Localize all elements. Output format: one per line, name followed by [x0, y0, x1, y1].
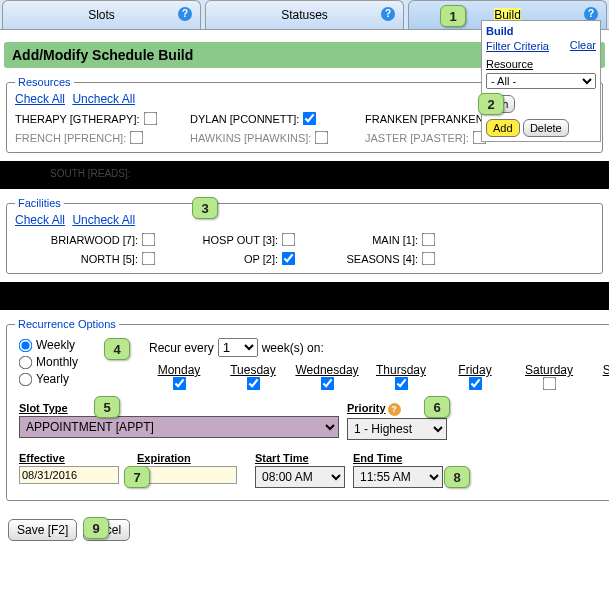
tab-slots[interactable]: Slots ? — [2, 0, 201, 29]
filter-criteria-label: Filter Criteria — [486, 40, 549, 52]
dropdown-title: Build — [486, 25, 596, 37]
facilities-fieldset: Facilities 3 Check All Uncheck All BRIAR… — [6, 197, 603, 274]
tab-label: Statuses — [281, 8, 328, 22]
recurrence-weekly-radio[interactable] — [19, 338, 33, 352]
day-label: Monday — [158, 363, 201, 377]
facility-label: OP [2]: — [244, 253, 278, 265]
facility-label: MAIN [1]: — [372, 234, 418, 246]
help-icon[interactable]: ? — [584, 7, 598, 21]
expiration-input[interactable] — [137, 466, 237, 484]
add-button[interactable]: Add — [486, 119, 520, 137]
day-label: Thursday — [376, 363, 426, 377]
resource-label: Resource — [486, 58, 533, 70]
day-checkbox[interactable] — [394, 377, 408, 391]
divider-bar: SOUTH [READS]: — [0, 161, 609, 189]
facility-label: HOSP OUT [3]: — [203, 234, 278, 246]
badge-9: 9 — [83, 517, 109, 539]
tab-label: Slots — [88, 8, 115, 22]
facility-label: NORTH [5]: — [81, 253, 138, 265]
check-all-link[interactable]: Check All — [15, 92, 65, 106]
facility-checkbox[interactable] — [142, 252, 156, 266]
effective-label: Effective — [19, 452, 129, 464]
delete-button[interactable]: Delete — [523, 119, 569, 137]
slot-type-select[interactable]: APPOINTMENT [APPT] — [19, 416, 339, 438]
resource-select[interactable]: - All - — [486, 73, 596, 89]
day-checkbox[interactable] — [542, 377, 556, 391]
priority-label: Priority — [347, 402, 386, 414]
effective-input[interactable] — [19, 466, 119, 484]
badge-5: 5 — [94, 396, 120, 418]
divider-bar — [0, 282, 609, 310]
badge-4: 4 — [104, 338, 130, 360]
help-icon[interactable]: ? — [388, 403, 401, 416]
resource-checkbox[interactable] — [143, 112, 157, 126]
expiration-label: Expiration — [137, 452, 247, 464]
resource-checkbox[interactable] — [303, 112, 317, 126]
end-time-select[interactable]: 11:55 AM — [353, 466, 443, 488]
build-dropdown-panel: Build Filter Criteria Clear Resource - A… — [481, 20, 601, 142]
day-checkbox[interactable] — [320, 377, 334, 391]
badge-7: 7 — [124, 466, 150, 488]
tab-statuses[interactable]: Statuses ? — [205, 0, 404, 29]
facility-label: BRIARWOOD [7]: — [51, 234, 138, 246]
facility-checkbox[interactable] — [422, 233, 436, 247]
facility-label: SEASONS [4]: — [346, 253, 418, 265]
facility-checkbox[interactable] — [142, 233, 156, 247]
uncheck-all-link[interactable]: Uncheck All — [72, 213, 135, 227]
start-time-label: Start Time — [255, 452, 345, 464]
badge-2: 2 — [478, 93, 504, 115]
facility-checkbox[interactable] — [282, 252, 296, 266]
badge-1: 1 — [440, 5, 466, 27]
resource-checkbox[interactable] — [130, 131, 144, 145]
recurrence-fieldset: Recurrence Options Weekly Monthly Yearly… — [6, 318, 609, 501]
badge-3: 3 — [192, 197, 218, 219]
hidden-resource: SOUTH [READS]: — [50, 168, 131, 179]
recur-post-label: week(s) on: — [262, 341, 324, 355]
recurrence-type-label: Weekly — [36, 338, 75, 352]
save-button[interactable]: Save [F2] — [8, 519, 77, 541]
badge-6: 6 — [424, 396, 450, 418]
resource-checkbox[interactable] — [315, 131, 329, 145]
day-label: Friday — [458, 363, 491, 377]
facility-checkbox[interactable] — [282, 233, 296, 247]
resource-label: DYLAN [PCONNETT]: — [190, 113, 299, 125]
resource-label: THERAPY [GTHERAPY]: — [15, 113, 140, 125]
recurrence-legend: Recurrence Options — [15, 318, 119, 330]
recur-pre-label: Recur every — [149, 341, 214, 355]
day-label: Sunday — [603, 363, 609, 377]
recurrence-monthly-radio[interactable] — [19, 355, 33, 369]
priority-select[interactable]: 1 - Highest — [347, 418, 447, 440]
badge-8: 8 — [444, 466, 470, 488]
help-icon[interactable]: ? — [381, 7, 395, 21]
facility-checkbox[interactable] — [422, 252, 436, 266]
end-time-label: End Time — [353, 452, 443, 464]
recur-count-select[interactable]: 1 — [218, 338, 258, 357]
day-checkbox[interactable] — [246, 377, 260, 391]
resource-label: HAWKINS [PHAWKINS]: — [190, 132, 311, 144]
check-all-link[interactable]: Check All — [15, 213, 65, 227]
resources-legend: Resources — [15, 76, 74, 88]
start-time-select[interactable]: 08:00 AM — [255, 466, 345, 488]
help-icon[interactable]: ? — [178, 7, 192, 21]
day-checkbox[interactable] — [468, 377, 482, 391]
day-label: Tuesday — [230, 363, 276, 377]
day-checkbox[interactable] — [172, 377, 186, 391]
recurrence-yearly-radio[interactable] — [19, 372, 33, 386]
recurrence-type-label: Yearly — [36, 372, 69, 386]
uncheck-all-link[interactable]: Uncheck All — [72, 92, 135, 106]
clear-link[interactable]: Clear — [570, 39, 596, 51]
facilities-legend: Facilities — [15, 197, 64, 209]
resource-label: JASTER [PJASTER]: — [365, 132, 469, 144]
resource-label: FRENCH [PFRENCH]: — [15, 132, 126, 144]
day-label: Saturday — [525, 363, 573, 377]
slot-type-label: Slot Type — [19, 402, 339, 414]
day-label: Wednesday — [295, 363, 358, 377]
recurrence-type-label: Monthly — [36, 355, 78, 369]
resource-label: FRANKEN [PFRANKEN — [365, 113, 484, 125]
